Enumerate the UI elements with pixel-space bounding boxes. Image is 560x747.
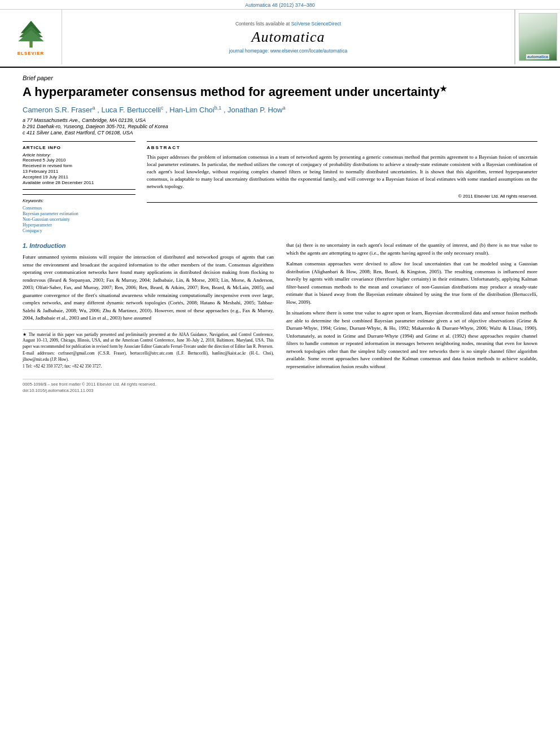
revised-date: 13 February 2011	[23, 169, 135, 174]
affiliation-c: c 411 Silver Lane, East Hartford, CT 061…	[23, 130, 537, 136]
svg-rect-0	[29, 40, 33, 47]
keyword-2: Bayesian parameter estimation	[23, 211, 135, 216]
author-3-name: , Han-Lim Choi	[165, 106, 215, 114]
article-info-box: ARTICLE INFO Article history: Received 5…	[23, 141, 135, 190]
footnote-area: ★ The material in this paper was partial…	[23, 329, 274, 370]
thumb-journal-label: automatica	[526, 54, 549, 59]
article-title: A hyperparameter consensus method for ag…	[23, 84, 537, 101]
author-4-sup: a	[282, 105, 285, 111]
affiliation-b: b 291 Daehak-ro, Yuseong, Daejeon 305-70…	[23, 124, 537, 129]
journal-title-area: Contents lists available at SciVerse Sci…	[62, 10, 515, 64]
keyword-3: Non-Gaussian uncertainty	[23, 217, 135, 222]
section-1-title: 1. Introduction	[23, 242, 274, 251]
title-footnote-marker: ★	[440, 84, 447, 93]
journal-thumbnail: automatica	[515, 10, 560, 64]
affiliation-a: a 77 Massachusetts Ave., Cambridge, MA 0…	[23, 117, 537, 123]
received-date: Received 5 July 2010	[23, 158, 135, 163]
footer-doi: doi:10.1016/j.automatica.2011.11.003	[23, 388, 274, 394]
journal-issue-info: Automatica 48 (2012) 374–380	[0, 0, 560, 9]
keywords-title: Keywords:	[23, 198, 135, 203]
info-abstract-section: ARTICLE INFO Article history: Received 5…	[23, 141, 537, 234]
footer-issn: 0005-1098/$ – see front matter © 2011 El…	[23, 382, 156, 388]
body-paragraph-4: In situations where there is some true v…	[286, 309, 537, 370]
homepage-label: journal homepage:	[229, 48, 269, 54]
author-1-name: Cameron S.R. Fraser	[23, 106, 93, 114]
available-date: Available online 28 December 2011	[23, 180, 135, 185]
section-title-text: Introduction	[29, 242, 65, 249]
history-label: Article history:	[23, 152, 135, 158]
page-footer: 0005-1098/$ – see front matter © 2011 El…	[23, 379, 274, 394]
journal-url: journal homepage: www.elsevier.com/locat…	[229, 48, 347, 54]
article-content: Brief paper A hyperparameter consensus m…	[0, 75, 560, 394]
abstract-box: ABSTRACT This paper addresses the proble…	[147, 141, 537, 203]
body-paragraph-3: Kalman consensus approaches were devised…	[286, 260, 537, 306]
abstract-text: This paper addresses the problem of info…	[147, 154, 537, 190]
page: Automatica 48 (2012) 374–380 ELSEVIER Co…	[0, 0, 560, 747]
copyright-notice: © 2011 Elsevier Ltd. All rights reserved…	[147, 194, 537, 199]
journal-name: Automatica	[252, 29, 325, 46]
title-text: A hyperparameter consensus method for ag…	[23, 85, 440, 99]
sciverse-link[interactable]: SciVerse ScienceDirect	[291, 21, 341, 27]
abstract-title: ABSTRACT	[147, 145, 537, 150]
article-type-label: Brief paper	[23, 75, 537, 81]
keyword-5: Conjugacy	[23, 228, 135, 233]
accepted-date: Accepted 19 July 2011	[23, 174, 135, 180]
article-info-title: ARTICLE INFO	[23, 145, 135, 150]
abstract-column: ABSTRACT This paper addresses the proble…	[147, 141, 537, 234]
body-right-col: that (a) there is no uncertainty in each…	[286, 242, 537, 394]
author-2-sup: c	[161, 105, 164, 111]
body-content: 1. Introduction Future unmanned systems …	[23, 242, 537, 394]
homepage-url[interactable]: www.elsevier.com/locate/automatica	[270, 48, 348, 54]
section-number: 1.	[23, 242, 28, 249]
article-info-column: ARTICLE INFO Article history: Received 5…	[23, 141, 135, 234]
body-paragraph-1: Future unmanned systems missions will re…	[23, 254, 274, 322]
elsevier-logo: ELSEVIER	[0, 10, 62, 64]
footnote-1: ★ The material in this paper was partial…	[23, 332, 274, 350]
contents-line: Contents lists available at SciVerse Sci…	[235, 21, 341, 27]
keyword-4: Hyperparameter	[23, 222, 135, 228]
body-left-col: 1. Introduction Future unmanned systems …	[23, 242, 274, 394]
revised-label: Received in revised form	[23, 163, 135, 168]
footnote-3: 1 Tel: +82 42 350 3727; fax: +82 42 350 …	[23, 364, 274, 370]
contents-text: Contents lists available at	[235, 21, 290, 27]
authors-line: Cameron S.R. Frasera , Luca F. Bertuccel…	[23, 105, 537, 114]
author-3-sup: b,1	[215, 105, 222, 111]
footnote-2: E-mail addresses: csrfraser@gmail.com (C…	[23, 351, 274, 362]
elsevier-brand-text: ELSEVIER	[18, 51, 45, 56]
keyword-1: Consensus	[23, 206, 135, 211]
keywords-section: Keywords: Consensus Bayesian parameter e…	[23, 194, 135, 233]
elsevier-tree-icon	[11, 19, 51, 50]
abstract-body: This paper addresses the problem of info…	[147, 154, 537, 189]
author-4-name: , Jonathan P. How	[224, 106, 283, 114]
body-two-col: 1. Introduction Future unmanned systems …	[23, 242, 537, 394]
affiliations: a 77 Massachusetts Ave., Cambridge, MA 0…	[23, 117, 537, 136]
author-2-name: , Luca F. Bertuccelli	[97, 106, 161, 114]
body-paragraph-2: that (a) there is no uncertainty in each…	[286, 242, 537, 257]
journal-header: Automatica 48 (2012) 374–380 ELSEVIER Co…	[0, 0, 560, 68]
author-1-sup: a	[93, 105, 95, 111]
thumb-cover-image: automatica	[519, 13, 557, 61]
footer-inner: 0005-1098/$ – see front matter © 2011 El…	[23, 382, 274, 388]
